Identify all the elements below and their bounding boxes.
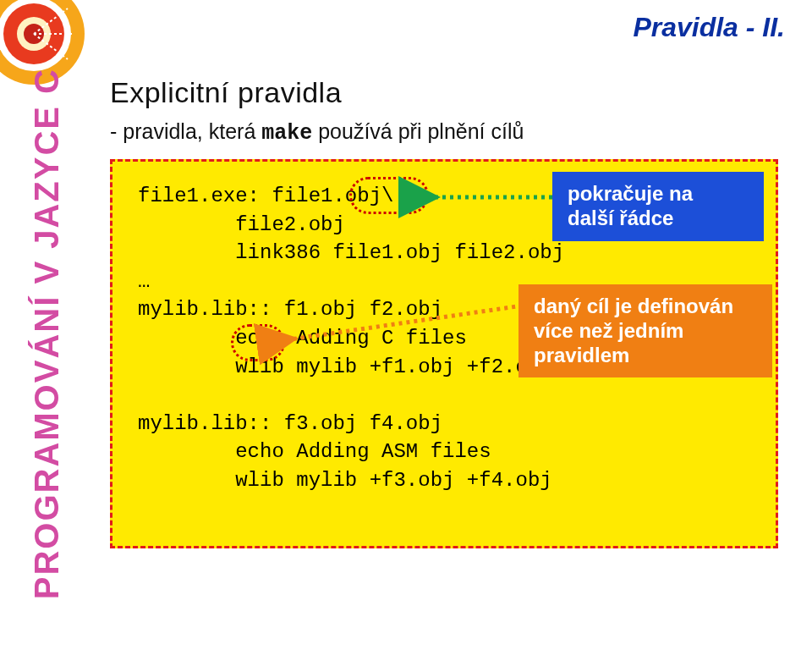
subheading: Explicitní pravidla	[110, 76, 812, 109]
code-line-7: wlib mylib +f1.obj +f2.obj	[138, 355, 552, 378]
callout-2-line-3: pravidlem	[534, 344, 757, 368]
page-title: Pravidla - II.	[633, 12, 785, 43]
code-line-3: link386 file1.obj file2.obj	[138, 241, 564, 264]
code-line-6: echo Adding C files	[138, 327, 467, 350]
callout-1-line-2: další řádce	[568, 207, 749, 231]
sidebar: PROGRAMOVÁNÍ V JAZYCE C	[25, 0, 68, 650]
callout-continues-next-line: pokračuje na další řádce	[552, 172, 764, 241]
code-line-2: file2.obj	[138, 213, 345, 236]
callout-2-line-2: více než jedním	[534, 319, 757, 344]
code-box: file1.exe: file1.obj\ file2.obj link386 …	[110, 159, 778, 548]
code-line-10: echo Adding ASM files	[138, 440, 491, 463]
code-line-4: …	[138, 270, 150, 293]
highlight-circle-backslash	[349, 177, 429, 214]
description: - pravidla, která make používá při plněn…	[110, 119, 812, 146]
code-line-5: mylib.lib:: f1.obj f2.obj	[138, 298, 442, 321]
callout-multiple-rules: daný cíl je definován více než jedním pr…	[518, 284, 772, 377]
code-line-9: mylib.lib:: f3.obj f4.obj	[138, 412, 442, 435]
content-area: Explicitní pravidla - pravidla, která ma…	[110, 76, 812, 548]
desc-suffix: používá při plnění cílů	[312, 119, 524, 143]
sidebar-title: PROGRAMOVÁNÍ V JAZYCE C	[28, 68, 66, 599]
desc-code: make	[261, 121, 312, 146]
desc-prefix: - pravidla, která	[110, 119, 261, 143]
slide: PROGRAMOVÁNÍ V JAZYCE C Pravidla - II. E…	[0, 0, 812, 650]
highlight-circle-double-colon	[231, 324, 285, 361]
code-line-11: wlib mylib +f3.obj +f4.obj	[138, 469, 552, 492]
callout-2-line-1: daný cíl je definován	[534, 295, 757, 319]
callout-1-line-1: pokračuje na	[568, 182, 749, 207]
